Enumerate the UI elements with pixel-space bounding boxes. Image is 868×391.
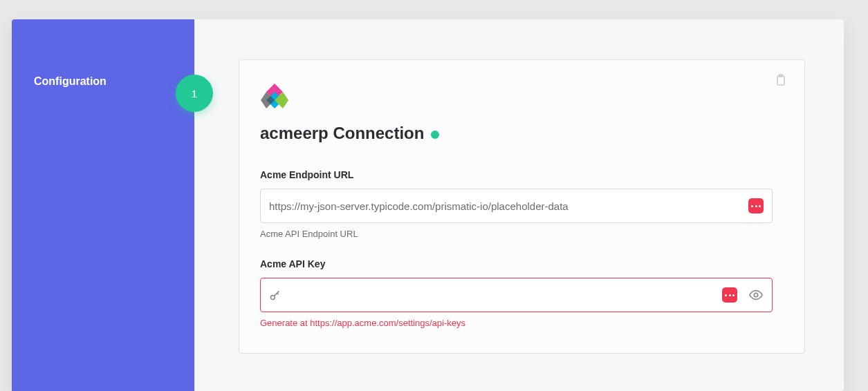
step-number-badge: 1 (176, 75, 213, 112)
acmeerp-logo-icon (260, 81, 289, 110)
config-modal: Configuration 1 (12, 19, 844, 391)
key-icon (269, 289, 281, 301)
connection-card: acmeerp Connection Acme Endpoint URL Acm… (239, 59, 805, 354)
endpoint-trailing (748, 198, 764, 213)
apikey-trailing (722, 287, 764, 303)
sidebar-step-configuration[interactable]: Configuration (12, 68, 194, 95)
page-wrap: Configuration 1 (0, 0, 868, 391)
svg-point-9 (754, 293, 757, 296)
endpoint-more-button[interactable] (748, 198, 764, 213)
status-indicator (431, 131, 439, 139)
apikey-more-button[interactable] (722, 287, 737, 303)
apikey-input[interactable] (288, 278, 722, 312)
connection-title-row: acmeerp Connection (260, 124, 773, 143)
clipboard-icon[interactable] (775, 74, 788, 88)
svg-line-8 (277, 293, 279, 294)
svg-rect-0 (777, 76, 784, 85)
wizard-sidebar: Configuration 1 (12, 19, 194, 391)
endpoint-input[interactable] (269, 189, 748, 222)
sidebar-step-label: Configuration (34, 75, 107, 88)
apikey-visibility-toggle[interactable] (748, 287, 764, 303)
apikey-input-wrap[interactable] (260, 278, 773, 312)
endpoint-input-wrap[interactable] (260, 189, 773, 223)
svg-point-6 (270, 296, 275, 300)
apikey-field: Acme API Key (260, 258, 773, 328)
connection-title: acmeerp Connection (260, 124, 424, 143)
apikey-helper: Generate at https://app.acme.com/setting… (260, 318, 773, 328)
content-area: acmeerp Connection Acme Endpoint URL Acm… (194, 19, 844, 391)
apikey-label: Acme API Key (260, 258, 773, 269)
endpoint-helper: Acme API Endpoint URL (260, 229, 773, 239)
endpoint-field: Acme Endpoint URL Acme API Endpoint URL (260, 169, 773, 239)
endpoint-label: Acme Endpoint URL (260, 169, 773, 180)
